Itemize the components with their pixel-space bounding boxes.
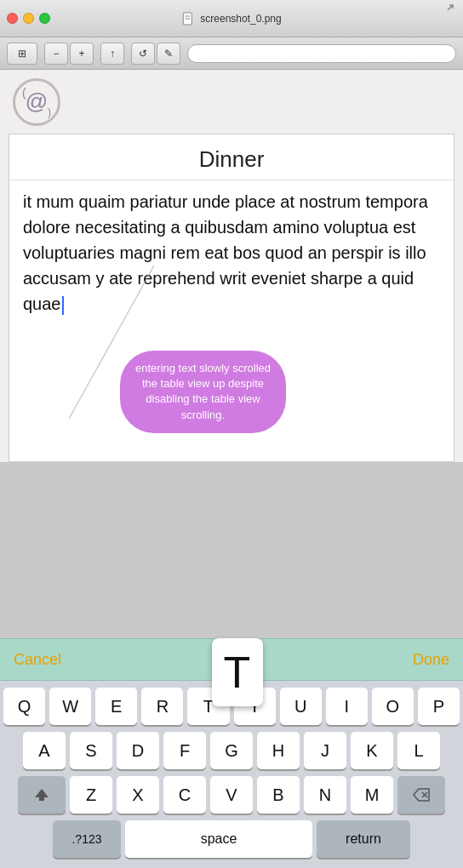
window-controls bbox=[7, 13, 50, 24]
toolbar-group-share: ↑ bbox=[100, 43, 124, 65]
key-e[interactable]: E bbox=[95, 688, 137, 725]
key-j[interactable]: J bbox=[304, 732, 346, 769]
numbers-key[interactable]: .?123 bbox=[53, 820, 121, 858]
toolbar-group-back: ↺ ✎ bbox=[131, 43, 180, 65]
title-bar-center: screenshot_0.png bbox=[181, 12, 281, 26]
keyboard-row-3: Z X C V B N M bbox=[3, 776, 460, 814]
key-v[interactable]: V bbox=[210, 776, 253, 814]
space-key[interactable]: space bbox=[125, 820, 312, 858]
logo-paren: ) bbox=[48, 106, 51, 118]
share-button[interactable]: ↑ bbox=[100, 43, 124, 65]
window-title: screenshot_0.png bbox=[200, 13, 281, 25]
delete-key[interactable] bbox=[397, 776, 445, 814]
key-b[interactable]: B bbox=[257, 776, 300, 814]
content-card: Dinner it mum quaim pariatur unde place … bbox=[9, 134, 454, 462]
shift-icon bbox=[33, 786, 50, 803]
key-h[interactable]: H bbox=[257, 732, 300, 769]
key-n[interactable]: N bbox=[304, 776, 346, 814]
toolbar-group-zoom: − + bbox=[44, 43, 94, 65]
body-text-1: it mum quaim pariatur unde place at nost… bbox=[23, 192, 428, 313]
svg-marker-4 bbox=[35, 789, 49, 801]
app-logo: ( @ ) bbox=[13, 78, 60, 126]
key-c[interactable]: C bbox=[163, 776, 206, 814]
cancel-button[interactable]: Cancel bbox=[14, 651, 61, 669]
key-o[interactable]: O bbox=[372, 688, 414, 725]
key-m[interactable]: M bbox=[351, 776, 393, 814]
key-z[interactable]: Z bbox=[70, 776, 112, 814]
maximize-button[interactable] bbox=[39, 13, 50, 24]
grid-button[interactable]: ⊞ bbox=[7, 43, 37, 65]
toolbar: ⊞ − + ↑ ↺ ✎ bbox=[0, 37, 463, 70]
key-f[interactable]: F bbox=[163, 732, 206, 769]
zoom-out-button[interactable]: − bbox=[44, 43, 68, 65]
keyboard-row-2: A S D F G H J K L bbox=[3, 732, 460, 769]
logo-q: @ bbox=[26, 89, 48, 115]
keyboard-rows: Q W E R T Y U I O P A S D F G H J K L bbox=[0, 681, 463, 868]
minimize-button[interactable] bbox=[23, 13, 34, 24]
key-l[interactable]: L bbox=[397, 732, 440, 769]
delete-icon bbox=[412, 787, 431, 802]
key-a[interactable]: A bbox=[23, 732, 66, 769]
shift-key[interactable] bbox=[18, 776, 66, 814]
return-key[interactable]: return bbox=[317, 820, 410, 858]
keyboard-area: Cancel T Done Q W E R T Y U I O P A S D … bbox=[0, 638, 463, 868]
key-w[interactable]: W bbox=[49, 688, 91, 725]
key-u[interactable]: U bbox=[280, 688, 322, 725]
logo-area: ( @ ) bbox=[0, 70, 463, 134]
key-q[interactable]: Q bbox=[3, 688, 45, 725]
search-input[interactable] bbox=[187, 44, 456, 63]
keyboard-row-bottom: .?123 space return bbox=[3, 820, 460, 858]
keyboard-toolbar: Cancel T Done bbox=[0, 638, 463, 681]
done-button[interactable]: Done bbox=[413, 651, 449, 669]
file-icon bbox=[181, 12, 195, 26]
card-title: Dinner bbox=[9, 134, 454, 180]
card-body[interactable]: it mum quaim pariatur unde place at nost… bbox=[9, 180, 454, 461]
title-bar: screenshot_0.png bbox=[0, 0, 463, 37]
key-r[interactable]: R bbox=[141, 688, 183, 725]
back-button[interactable]: ↺ bbox=[131, 43, 155, 65]
key-g[interactable]: G bbox=[210, 732, 253, 769]
key-k[interactable]: K bbox=[351, 732, 393, 769]
text-cursor bbox=[62, 296, 64, 315]
key-i[interactable]: I bbox=[326, 688, 368, 725]
resize-icon bbox=[441, 3, 454, 17]
body-highlight: rem eat bo bbox=[170, 243, 252, 262]
toolbar-group-view: ⊞ bbox=[7, 43, 37, 65]
annotate-button[interactable]: ✎ bbox=[157, 43, 180, 65]
logo-symbol: ( bbox=[22, 86, 26, 100]
close-button[interactable] bbox=[7, 13, 18, 24]
key-p[interactable]: P bbox=[418, 688, 460, 725]
tooltip-text: entering text slowly scrolled the table … bbox=[135, 362, 271, 421]
app-area: ( @ ) Dinner it mum quaim pariatur unde … bbox=[0, 70, 463, 462]
key-x[interactable]: X bbox=[117, 776, 159, 814]
tooltip-bubble: entering text slowly scrolled the table … bbox=[120, 351, 286, 433]
zoom-in-button[interactable]: + bbox=[70, 43, 94, 65]
key-d[interactable]: D bbox=[117, 732, 159, 769]
key-s[interactable]: S bbox=[70, 732, 112, 769]
large-key-t: T bbox=[212, 638, 263, 706]
